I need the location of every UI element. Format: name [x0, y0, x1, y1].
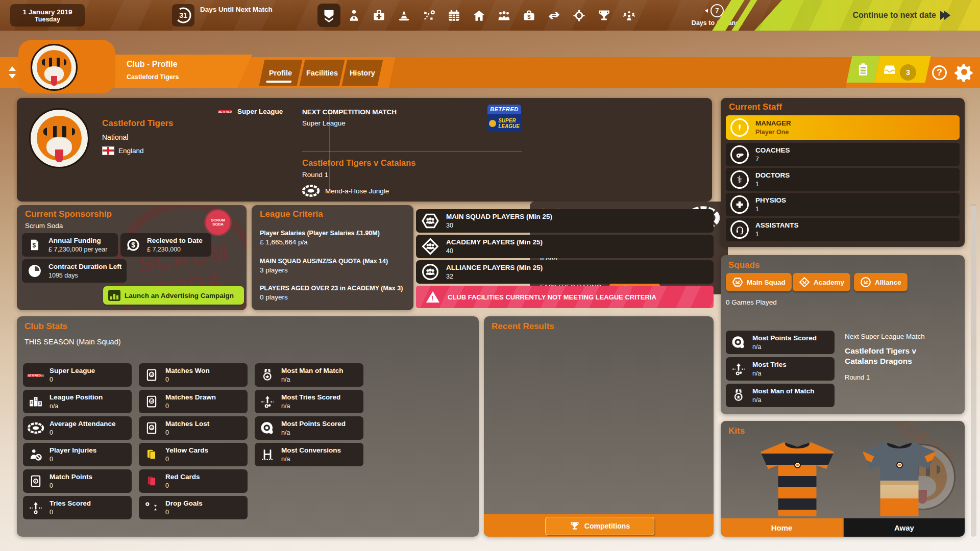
club-crest[interactable]	[31, 44, 78, 91]
svg-text:★: ★	[736, 394, 741, 400]
stat-league-position: 123 League Positionn/a	[23, 390, 132, 413]
circle-squad-icon	[860, 277, 871, 288]
tries-arrow-icon	[259, 394, 276, 409]
days-until-match-value: 31	[179, 11, 187, 19]
next-league-match-round: Round 1	[845, 373, 870, 381]
weekday-text: Tuesday	[10, 16, 85, 23]
club-overview-panel: Castleford Tigers National England BETFR…	[17, 98, 712, 202]
club-crest-large	[29, 108, 89, 168]
staff-row-assistants[interactable]: ASSISTANTS1	[726, 218, 960, 241]
chevron-down-icon	[9, 74, 16, 79]
section-cycle-arrows[interactable]	[7, 66, 17, 85]
scrollbar-thumb[interactable]	[971, 205, 976, 336]
next-league-match-heading: Next Super League Match	[845, 333, 925, 340]
continue-button[interactable]: Continue to next date	[754, 0, 980, 31]
medical-cross-icon	[730, 195, 749, 214]
stadium-oval-icon	[302, 185, 320, 197]
conversions-posts-icon	[259, 447, 276, 462]
tie-icon	[730, 118, 749, 137]
stat-match-points: Match Points0	[23, 469, 132, 493]
tries-arrow-icon	[730, 361, 747, 377]
training-icon[interactable]	[391, 0, 416, 31]
staff-row-coaches[interactable]: COACHES7	[726, 143, 960, 166]
headset-icon	[730, 220, 749, 239]
academy-button[interactable]: Academy	[793, 273, 850, 291]
annual-funding-tile: $ Annual Funding£ 7,230,000 per year	[22, 233, 118, 257]
fans-icon[interactable]	[492, 0, 517, 31]
tactics-icon[interactable]	[416, 0, 442, 31]
stat-super-league: BETFREDSUPER LEAGUE Super League0	[23, 363, 132, 387]
days-until-match-label: Days Until Next Match	[200, 5, 277, 14]
kits-title: Kits	[728, 426, 745, 436]
double-chevron-right-icon	[942, 11, 950, 20]
stat-average-attendance: Average Attendance0	[23, 416, 132, 440]
scouting-icon[interactable]	[567, 0, 592, 31]
staff-row-manager[interactable]: MANAGERPlayer One	[726, 115, 960, 140]
transfers-icon[interactable]	[542, 0, 567, 31]
points-target-icon	[259, 420, 276, 436]
match-points-icon	[27, 473, 44, 489]
next-fixture-venue: Mend-a-Hose Jungle	[325, 187, 389, 195]
page-title: Club - Profile	[127, 60, 252, 69]
criteria-item: PLAYERS AGED OVER 23 in ACADEMY (Max 3)0…	[260, 285, 408, 301]
stat-matches-lost: Matches Lost0	[139, 416, 248, 440]
whistle-icon	[730, 145, 749, 164]
kit-away-button[interactable]: Away	[844, 518, 965, 537]
stat-most-conversions: Most Conversionsn/a	[255, 443, 363, 466]
staff-row-physios[interactable]: PHYSIOS1	[726, 193, 960, 216]
money-document-icon: $	[26, 238, 43, 252]
games-played-text: 0 Games Played	[726, 298, 777, 306]
staff-row-doctors[interactable]: ⚕ DOCTORS1	[726, 168, 960, 191]
stat-red-cards: Red Cards0	[139, 469, 248, 493]
advance-decrease-arrow-icon[interactable]	[705, 9, 708, 13]
club-stats-title: Club Stats	[24, 321, 67, 332]
boardroom-icon[interactable]	[617, 0, 642, 31]
match-won-icon	[143, 367, 160, 383]
page-subtitle: Castleford Tigers	[127, 73, 252, 81]
main-nav: $	[316, 0, 642, 31]
tab-facilities[interactable]: Facilities	[300, 60, 345, 86]
hexagon-squad-icon	[421, 212, 439, 230]
inbox-icon	[882, 63, 897, 76]
svg-text:$: $	[527, 13, 531, 19]
academy-players-row: ACADEMY PLAYERS (Min 25)40	[416, 235, 714, 258]
current-date: 1 January 2019 Tuesday	[10, 4, 85, 27]
svg-text:2: 2	[31, 400, 33, 405]
squads-title: Squads	[728, 260, 760, 270]
staff-icon[interactable]	[341, 0, 366, 31]
competitions-icon[interactable]	[592, 0, 617, 31]
question-mark-icon: ?	[937, 67, 942, 78]
sponsorship-panel: SCRUMSODA SCRUMSODA Current Sponsorship …	[17, 205, 247, 310]
stat-most-tries-scored: Most Tries Scoredn/a	[255, 390, 363, 413]
stat-matches-won: Matches Won0	[139, 363, 248, 387]
tab-history[interactable]: History	[342, 60, 383, 86]
help-button[interactable]: ?	[932, 65, 947, 80]
main-squad-button[interactable]: Main Squad	[726, 273, 792, 291]
league-criteria-warning: CLUB FACILITIES CURRENTLY NOT MEETING LE…	[416, 286, 714, 308]
club-name: Castleford Tigers	[102, 118, 174, 129]
kit-home-button[interactable]: Home	[721, 518, 843, 537]
competitions-button[interactable]: Competitions	[545, 517, 654, 535]
settings-button[interactable]	[953, 61, 975, 83]
club-icon[interactable]	[316, 0, 341, 31]
alliance-button[interactable]: Alliance	[854, 273, 908, 291]
points-target-icon	[730, 335, 747, 350]
next-fixture[interactable]: Castleford Tigers v Catalans	[302, 158, 522, 168]
match-lost-icon	[143, 420, 160, 436]
tab-profile[interactable]: Profile	[259, 60, 303, 86]
recent-results-panel: Recent Results Competitions	[484, 316, 714, 537]
stadium-icon[interactable]	[467, 0, 492, 31]
diamond-squad-icon	[799, 277, 810, 288]
finances-icon[interactable]: $	[517, 0, 542, 31]
drop-goals-icon	[143, 500, 160, 515]
svg-text:$: $	[33, 242, 36, 249]
medical-icon[interactable]	[366, 0, 391, 31]
man-of-match-medal-icon: ★	[730, 388, 747, 403]
received-to-date-tile: $ Recieved to Date£ 7,230,000	[120, 233, 211, 257]
sponsor-badge-icon: SCRUMSODA	[206, 210, 230, 235]
clock-icon	[26, 263, 43, 279]
stat-most-points-scored: Most Points Scoredn/a	[255, 416, 363, 440]
launch-advertising-campaign-button[interactable]: Launch an Advertising Campaign	[103, 286, 244, 305]
alliance-players-row: ALLIANCE PLAYERS (Min 25)32	[416, 260, 714, 284]
fixtures-icon[interactable]	[442, 0, 467, 31]
